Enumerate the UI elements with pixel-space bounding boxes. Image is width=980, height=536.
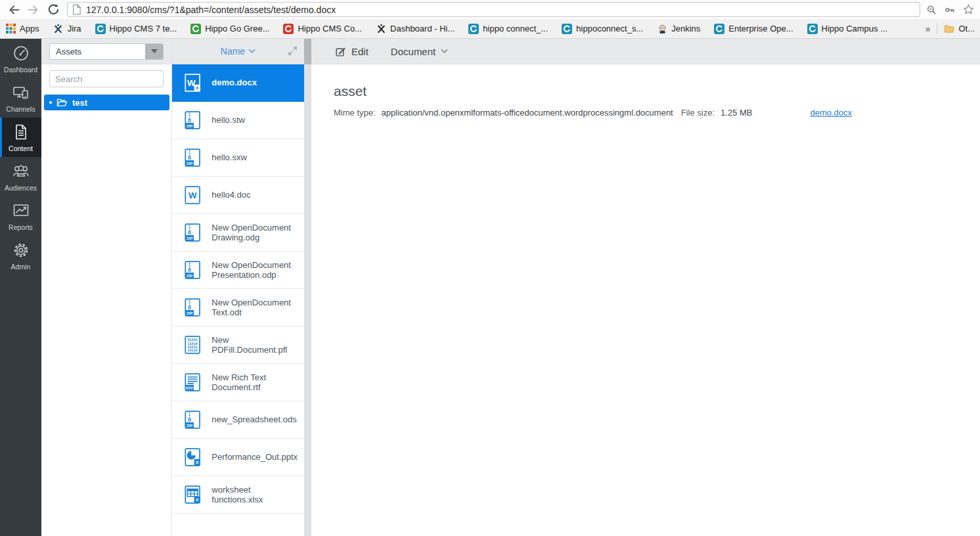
sidebar-item-reports[interactable]: Reports	[0, 196, 41, 236]
edit-button-label: Edit	[351, 46, 368, 57]
expand-panel-button[interactable]	[288, 46, 298, 56]
svg-text:ZIP: ZIP	[187, 424, 192, 428]
file-name: new_Spreadsheet.ods	[212, 414, 304, 424]
sidebar-item-admin[interactable]: Admin	[0, 236, 41, 275]
document-menu-label: Document	[391, 46, 435, 57]
scrollbar-thumb[interactable]	[304, 39, 311, 64]
search-field[interactable]	[49, 70, 164, 87]
svg-text:ZIP: ZIP	[187, 236, 192, 240]
section-selector-button[interactable]	[145, 44, 163, 59]
edit-button[interactable]: Edit	[335, 46, 368, 57]
bookmark-hippo-campus[interactable]: Hippo Campus ...	[807, 24, 887, 34]
asset-detail: asset Mime type: application/vnd.openxml…	[311, 64, 980, 118]
file-row[interactable]: ZIP new_Spreadsheet.ods	[172, 401, 304, 439]
edit-pencil-icon	[335, 46, 346, 57]
bookmark-label: Dashboard - Hi...	[390, 24, 455, 34]
document-menu-button[interactable]: Document	[391, 46, 448, 57]
address-bar[interactable]: 127.0.0.1:9080/cms/?1&path=/content/asse…	[67, 2, 920, 17]
pptx-file-icon: x	[183, 447, 202, 468]
hippo-favicon	[714, 24, 724, 34]
file-row[interactable]: Wx demo.docx	[172, 64, 304, 102]
search-input[interactable]	[55, 74, 171, 84]
zip-file-icon: ZIP	[183, 110, 202, 131]
bookmark-hippo-cms-co[interactable]: Hippo CMS Co...	[283, 24, 362, 34]
zoom-icon[interactable]	[925, 4, 937, 16]
chevron-down-icon	[248, 49, 256, 54]
file-row[interactable]: x worksheet functions.xlsx	[172, 476, 304, 514]
bookmark-label: Hippo Go Gree...	[205, 24, 269, 34]
file-row[interactable]: ZIP New OpenDocument Drawing.odg	[172, 214, 304, 252]
tree-item-test-folder[interactable]: test	[44, 95, 169, 110]
file-list-header: Name	[172, 39, 304, 64]
back-button[interactable]	[5, 1, 22, 18]
bookmark-hippo-connect[interactable]: hippo connect_...	[468, 24, 548, 34]
other-bookmarks-label: Ot...	[958, 24, 975, 34]
bookmark-dashboard[interactable]: Dashboard - Hi...	[376, 24, 455, 34]
bookmark-hippoconnect-s[interactable]: hippoconnect_s...	[562, 24, 643, 34]
bookmark-label: Hippo Campus ...	[822, 24, 887, 34]
svg-text:ZIP: ZIP	[187, 124, 192, 128]
file-row[interactable]: RTF New Rich Text Document.rtf	[172, 364, 304, 401]
file-list-scrollbar[interactable]	[304, 39, 311, 536]
bookmark-label: Hippo CMS 7 te...	[110, 24, 177, 34]
asset-meta-row: Mime type: application/vnd.openxmlformat…	[334, 108, 980, 118]
file-name: New Rich Text Document.rtf	[212, 372, 304, 393]
bookmark-star-icon[interactable]	[962, 3, 975, 16]
asset-heading: asset	[334, 83, 980, 99]
expand-icon	[288, 46, 298, 56]
file-row[interactable]: ZIP hello.sxw	[172, 139, 304, 177]
key-icon[interactable]	[944, 4, 956, 16]
tree-panel-header: Assets	[41, 39, 171, 64]
people-icon	[11, 162, 31, 181]
file-row[interactable]: 01101110100101110110 New PDFill.Document…	[172, 326, 304, 364]
bookmark-hippo-go-green[interactable]: Hippo Go Gree...	[190, 24, 269, 34]
sidebar-item-label: Channels	[6, 105, 35, 113]
hippo-favicon	[468, 24, 479, 34]
bookmark-enterprise[interactable]: Enterprise Ope...	[714, 24, 793, 34]
file-row[interactable]: ZIP New OpenDocument Text.odt	[172, 289, 304, 326]
mime-type-value: application/vnd.openxmlformats-officedoc…	[382, 108, 673, 118]
file-row[interactable]: W hello4.doc	[172, 177, 304, 214]
file-name: hello4.doc	[212, 190, 304, 200]
file-row[interactable]: ZIP hello.stw	[172, 102, 304, 139]
bookmark-hippo-cms7[interactable]: Hippo CMS 7 te...	[95, 24, 177, 34]
file-row[interactable]: ZIP New OpenDocument Presentation.odp	[172, 252, 304, 289]
sort-by-name[interactable]: Name	[221, 46, 256, 56]
svg-text:ZIP: ZIP	[187, 162, 192, 166]
sort-column-label: Name	[221, 46, 245, 56]
bookmark-apps[interactable]: Apps	[5, 24, 39, 34]
hippo-favicon	[807, 24, 818, 34]
bookmark-jira[interactable]: Jira	[53, 24, 81, 34]
other-bookmarks-folder[interactable]: Ot...	[944, 24, 975, 34]
document-main-panel: Edit Document asset Mime type: applicati…	[311, 39, 980, 536]
file-name: demo.docx	[212, 78, 304, 87]
hippo-favicon	[95, 24, 106, 34]
back-arrow-icon	[7, 3, 21, 17]
hippo-favicon-green	[190, 24, 201, 34]
section-selector[interactable]: Assets	[49, 43, 164, 60]
refresh-button[interactable]	[45, 1, 62, 18]
asset-download-link[interactable]: demo.docx	[810, 108, 852, 118]
sidebar-item-channels[interactable]: Channels	[0, 78, 41, 118]
devices-icon	[12, 83, 30, 102]
sidebar-item-audiences[interactable]: Audiences	[0, 157, 41, 196]
chart-icon	[12, 202, 30, 220]
jira-charlie-icon	[53, 24, 64, 34]
hippo-favicon	[562, 24, 572, 34]
forward-button[interactable]	[25, 1, 42, 18]
sidebar-item-dashboard[interactable]: Dashboard	[0, 39, 41, 78]
bookmarks-divider	[937, 23, 937, 35]
refresh-icon	[47, 3, 60, 16]
bookmark-label: Hippo CMS Co...	[298, 24, 362, 34]
zip-file-icon: ZIP	[183, 297, 202, 318]
bookmarks-overflow-chevron[interactable]: »	[925, 24, 931, 34]
bookmark-jenkins[interactable]: Jenkins	[657, 24, 700, 34]
main-sidebar: Dashboard Channels Content Audiences Rep…	[0, 39, 41, 536]
svg-text:ZIP: ZIP	[187, 274, 192, 278]
file-row[interactable]: x Performance_Out.pptx	[172, 439, 304, 476]
section-selector-value: Assets	[50, 44, 145, 59]
sidebar-item-label: Content	[9, 145, 33, 152]
sidebar-item-content[interactable]: Content	[0, 118, 41, 157]
file-name: hello.sxw	[212, 152, 304, 162]
xlsx-file-icon: x	[183, 484, 202, 505]
